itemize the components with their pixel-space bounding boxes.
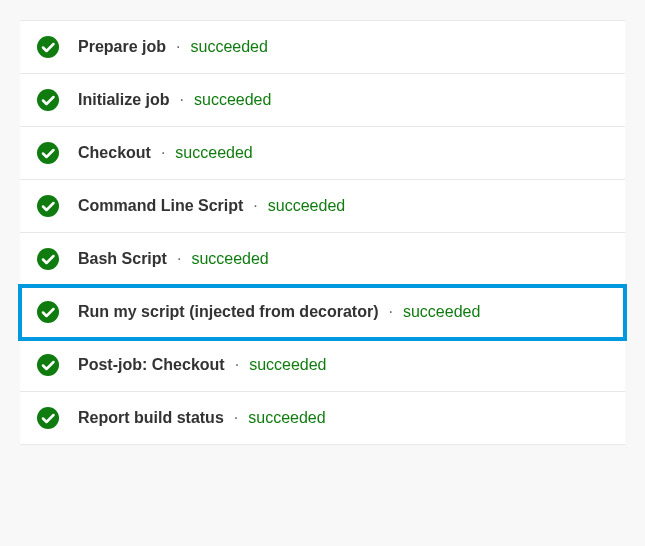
step-name: Command Line Script [78, 197, 243, 215]
step-row[interactable]: Report build status · succeeded [20, 392, 625, 445]
success-check-icon [36, 247, 60, 271]
svg-point-7 [37, 407, 59, 429]
success-check-icon [36, 194, 60, 218]
step-name: Prepare job [78, 38, 166, 56]
step-row[interactable]: Checkout · succeeded [20, 127, 625, 180]
step-row-highlighted[interactable]: Run my script (injected from decorator) … [20, 286, 625, 339]
success-check-icon [36, 141, 60, 165]
step-status: succeeded [248, 409, 325, 427]
success-check-icon [36, 353, 60, 377]
step-row[interactable]: Initialize job · succeeded [20, 74, 625, 127]
separator-dot: · [234, 409, 238, 427]
step-name: Post-job: Checkout [78, 356, 225, 374]
svg-point-6 [37, 354, 59, 376]
step-status: succeeded [175, 144, 252, 162]
separator-dot: · [161, 144, 165, 162]
success-check-icon [36, 88, 60, 112]
step-status: succeeded [191, 250, 268, 268]
step-status: succeeded [249, 356, 326, 374]
step-name: Report build status [78, 409, 224, 427]
svg-point-4 [37, 248, 59, 270]
svg-point-1 [37, 89, 59, 111]
step-name: Initialize job [78, 91, 170, 109]
success-check-icon [36, 406, 60, 430]
step-status: succeeded [194, 91, 271, 109]
step-row[interactable]: Post-job: Checkout · succeeded [20, 339, 625, 392]
separator-dot: · [180, 91, 184, 109]
step-name: Run my script (injected from decorator) [78, 303, 379, 321]
step-row[interactable]: Prepare job · succeeded [20, 20, 625, 74]
separator-dot: · [177, 250, 181, 268]
step-status: succeeded [403, 303, 480, 321]
step-name: Checkout [78, 144, 151, 162]
step-row[interactable]: Command Line Script · succeeded [20, 180, 625, 233]
separator-dot: · [389, 303, 393, 321]
success-check-icon [36, 300, 60, 324]
separator-dot: · [253, 197, 257, 215]
step-name: Bash Script [78, 250, 167, 268]
svg-point-5 [37, 301, 59, 323]
separator-dot: · [176, 38, 180, 56]
success-check-icon [36, 35, 60, 59]
step-row[interactable]: Bash Script · succeeded [20, 233, 625, 286]
pipeline-steps-list: Prepare job · succeeded Initialize job ·… [20, 20, 625, 445]
separator-dot: · [235, 356, 239, 374]
svg-point-2 [37, 142, 59, 164]
svg-point-3 [37, 195, 59, 217]
svg-point-0 [37, 36, 59, 58]
step-status: succeeded [268, 197, 345, 215]
step-status: succeeded [190, 38, 267, 56]
